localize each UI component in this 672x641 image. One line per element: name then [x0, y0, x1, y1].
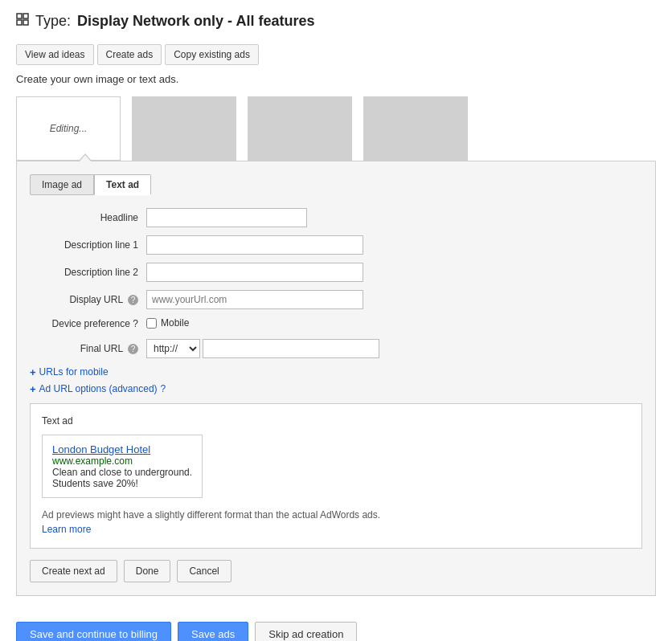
- title-prefix: Type:: [35, 13, 71, 30]
- preview-box: Text ad London Budget Hotel www.example.…: [30, 403, 642, 549]
- plus-icon-url: +: [30, 383, 36, 395]
- top-tab-bar: View ad ideas Create ads Copy existing a…: [16, 44, 656, 65]
- urls-for-mobile-expand[interactable]: + URLs for mobile: [30, 366, 642, 378]
- svg-rect-1: [23, 14, 28, 18]
- form-tabs: Image ad Text ad: [30, 174, 642, 195]
- create-ads-tab[interactable]: Create ads: [97, 44, 162, 65]
- ad-url-options-expand[interactable]: + Ad URL options (advanced) ?: [30, 383, 642, 395]
- done-button[interactable]: Done: [124, 560, 171, 582]
- grid-icon: [16, 13, 29, 30]
- final-url-row: Final URL ? http:// https://: [30, 339, 642, 358]
- ad-previews: Editing...: [16, 96, 656, 161]
- save-ads-button[interactable]: Save ads: [178, 622, 248, 641]
- desc2-label: Description line 2: [30, 267, 146, 278]
- subtitle: Create your own image or text ads.: [16, 73, 656, 85]
- svg-rect-0: [17, 14, 22, 18]
- skip-ad-creation-button[interactable]: Skip ad creation: [255, 622, 357, 641]
- desc1-input[interactable]: [146, 235, 363, 255]
- display-url-help-icon[interactable]: ?: [128, 295, 138, 305]
- view-ad-ideas-tab[interactable]: View ad ideas: [16, 44, 94, 65]
- preview-note: Ad previews might have a slightly differ…: [42, 508, 630, 537]
- ad-title: London Budget Hotel: [52, 443, 192, 455]
- ad-desc1: Clean and close to underground.: [52, 467, 192, 478]
- ad-preview-editing[interactable]: Editing...: [16, 96, 121, 161]
- title-strong: Display Network only - All features: [77, 13, 314, 30]
- mobile-checkbox[interactable]: [146, 318, 157, 329]
- text-ad-preview: London Budget Hotel www.example.com Clea…: [42, 435, 203, 498]
- ad-url: www.example.com: [52, 455, 192, 467]
- desc2-input[interactable]: [146, 263, 363, 282]
- ad-preview-placeholder-1: [132, 96, 236, 161]
- final-url-protocol-select[interactable]: http:// https://: [146, 339, 200, 358]
- device-preference-help-icon[interactable]: ?: [133, 318, 138, 329]
- copy-existing-ads-tab[interactable]: Copy existing ads: [165, 44, 259, 65]
- mobile-option[interactable]: Mobile: [146, 317, 189, 329]
- display-url-label: Display URL ?: [30, 294, 146, 305]
- device-preference-label: Device preference ?: [30, 317, 146, 331]
- final-url-label: Final URL ?: [30, 343, 146, 354]
- form-container: Image ad Text ad Headline Description li…: [16, 161, 656, 596]
- save-billing-button[interactable]: Save and continue to billing: [16, 622, 171, 641]
- ad-preview-placeholder-2: [248, 96, 352, 161]
- page-title: Type: Display Network only - All feature…: [16, 13, 656, 30]
- headline-label: Headline: [30, 212, 146, 223]
- cancel-button[interactable]: Cancel: [177, 560, 231, 582]
- desc1-label: Description line 1: [30, 239, 146, 251]
- learn-more-link[interactable]: Learn more: [42, 524, 91, 535]
- desc2-row: Description line 2: [30, 263, 642, 282]
- headline-row: Headline: [30, 208, 642, 227]
- headline-input[interactable]: [146, 208, 307, 227]
- desc1-row: Description line 1: [30, 235, 642, 255]
- svg-rect-3: [23, 20, 28, 25]
- ad-url-options-help-icon[interactable]: ?: [161, 383, 166, 394]
- ad-preview-placeholder-3: [363, 96, 468, 161]
- footer-buttons: Save and continue to billing Save ads Sk…: [16, 614, 656, 641]
- preview-box-title: Text ad: [42, 415, 630, 427]
- final-url-input[interactable]: [203, 339, 379, 358]
- device-options: Mobile: [146, 317, 189, 329]
- display-url-input[interactable]: [146, 290, 363, 309]
- svg-rect-2: [17, 20, 22, 25]
- bottom-buttons: Create next ad Done Cancel: [30, 560, 642, 582]
- tab-image-ad[interactable]: Image ad: [30, 174, 94, 195]
- tab-text-ad[interactable]: Text ad: [94, 174, 151, 195]
- final-url-help-icon[interactable]: ?: [128, 344, 138, 354]
- device-preference-row: Device preference ? Mobile: [30, 317, 642, 331]
- ad-desc2: Students save 20%!: [52, 478, 192, 489]
- mobile-label: Mobile: [161, 317, 189, 329]
- display-url-row: Display URL ?: [30, 290, 642, 309]
- create-next-ad-button[interactable]: Create next ad: [30, 560, 117, 582]
- plus-icon-mobile: +: [30, 366, 36, 378]
